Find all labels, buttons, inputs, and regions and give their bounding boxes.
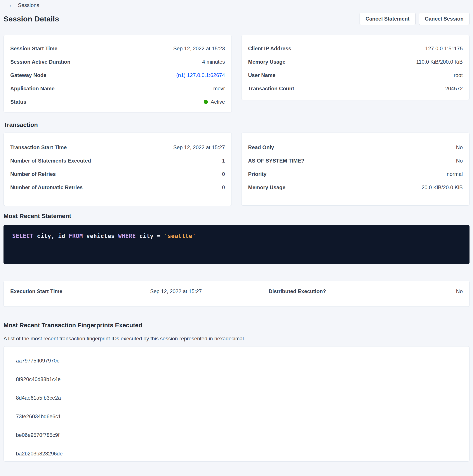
- detail-value: 127.0.0.1:51175: [425, 46, 463, 52]
- detail-label: Transaction Start Time: [10, 144, 67, 151]
- transaction-row: Transaction Start Time Sep 12, 2022 at 1…: [3, 133, 470, 206]
- transaction-props-card: Read Only No AS OF SYSTEM TIME? No Prior…: [241, 133, 470, 206]
- detail-label: Distributed Execution?: [269, 288, 456, 294]
- list-item: aa79775ff097970c: [16, 355, 463, 366]
- detail-label: Gateway Node: [10, 72, 46, 78]
- detail-value: Sep 12, 2022 at 15:27: [173, 144, 225, 151]
- detail-value: 204572: [445, 85, 463, 92]
- detail-value: 110.0 KiB/200.0 KiB: [416, 59, 463, 65]
- sql-operator: =: [157, 233, 161, 239]
- detail-value: 1: [222, 158, 225, 164]
- detail-value: 20.0 KiB/20.0 KiB: [422, 184, 463, 190]
- cancel-session-button[interactable]: Cancel Session: [419, 13, 470, 25]
- detail-label: Transaction Count: [248, 85, 294, 92]
- detail-value: No: [456, 158, 463, 164]
- sql-statement-text: SELECT city, id FROM vehicles WHERE city…: [12, 233, 461, 239]
- detail-value: No: [456, 288, 463, 294]
- table-row: Status Active: [10, 95, 225, 108]
- detail-value: root: [454, 72, 463, 78]
- back-arrow-icon: ←: [8, 2, 15, 8]
- transaction-section-heading: Transaction: [3, 121, 470, 129]
- detail-value: 0: [222, 184, 225, 190]
- sql-keyword: WHERE: [118, 233, 136, 239]
- transaction-stats-card: Transaction Start Time Sep 12, 2022 at 1…: [3, 133, 232, 206]
- active-status-dot-icon: [204, 100, 208, 104]
- list-item: 8d4ae61a5fb3ce2a: [16, 392, 463, 403]
- table-row: Memory Usage 20.0 KiB/20.0 KiB: [248, 181, 463, 194]
- detail-value: 0: [222, 171, 225, 177]
- session-info-card: Session Start Time Sep 12, 2022 at 15:23…: [3, 35, 232, 112]
- table-row: User Name root: [248, 68, 463, 82]
- sql-statement-block: SELECT city, id FROM vehicles WHERE city…: [3, 225, 470, 264]
- table-row: Number of Statements Executed 1: [10, 154, 225, 167]
- detail-value: Sep 12, 2022 at 15:27: [150, 288, 269, 294]
- detail-label: AS OF SYSTEM TIME?: [248, 158, 304, 164]
- table-row: Session Active Duration 4 minutes: [10, 55, 225, 68]
- session-summary-row: Session Start Time Sep 12, 2022 at 15:23…: [3, 35, 470, 112]
- detail-label: Status: [10, 99, 26, 105]
- detail-label: Memory Usage: [248, 184, 285, 190]
- status-text: Active: [211, 99, 225, 105]
- list-item: 8f920c40d88b1c4e: [16, 374, 463, 385]
- sql-keyword: SELECT: [12, 233, 33, 239]
- table-row: Number of Retries 0: [10, 167, 225, 181]
- header-actions: Cancel Statement Cancel Session: [359, 13, 470, 25]
- back-to-sessions-link[interactable]: ← Sessions: [8, 2, 39, 8]
- table-row: Application Name movr: [10, 82, 225, 95]
- table-row: Priority normal: [248, 167, 463, 181]
- detail-label: Application Name: [10, 85, 55, 92]
- session-details-page: ← Sessions Session Details Cancel Statem…: [0, 2, 473, 476]
- sql-string-literal: 'seattle': [164, 233, 196, 239]
- detail-value: normal: [447, 171, 463, 177]
- table-row: Transaction Start Time Sep 12, 2022 at 1…: [10, 141, 225, 154]
- detail-label: Read Only: [248, 144, 274, 151]
- detail-value: movr: [213, 85, 225, 92]
- detail-label: Priority: [248, 171, 266, 177]
- page-header: Session Details Cancel Statement Cancel …: [3, 12, 470, 25]
- detail-label: Number of Automatic Retries: [10, 184, 83, 190]
- back-link-label: Sessions: [18, 2, 39, 8]
- gateway-node-link[interactable]: (n1) 127.0.0.1:62674: [176, 72, 225, 78]
- breadcrumb: ← Sessions: [3, 2, 470, 9]
- detail-value: 4 minutes: [202, 59, 225, 65]
- detail-label: Session Active Duration: [10, 59, 70, 65]
- fingerprints-card: aa79775ff097970c 8f920c40d88b1c4e 8d4ae6…: [3, 346, 470, 461]
- table-row: AS OF SYSTEM TIME? No: [248, 154, 463, 167]
- table-row: Gateway Node (n1) 127.0.0.1:62674: [10, 68, 225, 82]
- detail-label: Number of Retries: [10, 171, 56, 177]
- table-row: Client IP Address 127.0.0.1:51175: [248, 42, 463, 55]
- sql-table: vehicles: [86, 233, 114, 239]
- list-item: 73fe26034bd6e6c1: [16, 411, 463, 422]
- table-row: Memory Usage 110.0 KiB/200.0 KiB: [248, 55, 463, 68]
- detail-label: Session Start Time: [10, 46, 57, 52]
- statement-section-heading: Most Recent Statement: [3, 212, 470, 220]
- table-row: Session Start Time Sep 12, 2022 at 15:23: [10, 42, 225, 55]
- cancel-statement-button[interactable]: Cancel Statement: [359, 13, 415, 25]
- detail-label: Number of Statements Executed: [10, 158, 91, 164]
- list-item: be06e9570f785c9f: [16, 430, 463, 441]
- sql-condition-column: city: [139, 233, 154, 239]
- list-item: ba2b203b823296de: [16, 448, 463, 459]
- detail-label: Execution Start Time: [10, 288, 150, 294]
- table-row: Number of Automatic Retries 0: [10, 181, 225, 194]
- execution-info-card: Execution Start Time Sep 12, 2022 at 15:…: [3, 281, 470, 307]
- fingerprints-section-heading: Most Recent Transaction Fingerprints Exe…: [3, 322, 470, 329]
- status-badge: Active: [204, 99, 225, 105]
- table-row: Execution Start Time Sep 12, 2022 at 15:…: [10, 285, 463, 298]
- detail-value: No: [456, 144, 463, 151]
- sql-keyword: FROM: [69, 233, 83, 239]
- sql-columns: city, id: [37, 233, 65, 239]
- detail-label: User Name: [248, 72, 276, 78]
- table-row: Transaction Count 204572: [248, 82, 463, 95]
- client-info-card: Client IP Address 127.0.0.1:51175 Memory…: [241, 35, 470, 100]
- detail-label: Memory Usage: [248, 59, 285, 65]
- fingerprints-subtitle: A list of the most recent transaction fi…: [3, 335, 470, 342]
- page-title: Session Details: [3, 15, 59, 23]
- detail-label: Client IP Address: [248, 46, 291, 52]
- table-row: Read Only No: [248, 141, 463, 154]
- detail-value: Sep 12, 2022 at 15:23: [173, 46, 225, 52]
